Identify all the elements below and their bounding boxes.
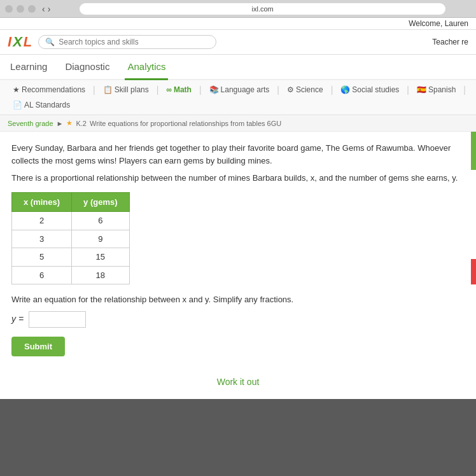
table-row: 515 xyxy=(12,248,130,267)
breadcrumb-skill-code: K.2 xyxy=(76,120,87,127)
forward-button[interactable]: › xyxy=(48,4,51,14)
breadcrumb-grade[interactable]: Seventh grade xyxy=(8,120,53,127)
relationship-text: There is a proportional relationship bet… xyxy=(11,172,465,185)
recommendations-icon: ★ xyxy=(13,85,20,94)
logo-x: X xyxy=(13,34,22,50)
subnav-skill-plans[interactable]: 📋 Skill plans xyxy=(98,83,154,96)
answer-section: Write an equation for the relationship b… xyxy=(11,293,465,356)
breadcrumb: Seventh grade ► ★ K.2 Write equations fo… xyxy=(0,115,476,132)
data-table: x (mines) y (gems) 2639515618 xyxy=(11,192,130,285)
equation-prefix: y = xyxy=(11,312,24,326)
breadcrumb-skill-label: Write equations for proportional relatio… xyxy=(90,120,281,127)
subnav-al-standards[interactable]: 📄 AL Standards xyxy=(8,99,75,111)
equation-input[interactable] xyxy=(29,311,86,328)
table-row: 618 xyxy=(12,266,130,284)
tab-diagnostic[interactable]: Diagnostic xyxy=(62,55,112,80)
math-icon: ∞ xyxy=(166,85,172,94)
spanish-icon: 🇪🇸 xyxy=(417,85,426,94)
nav-tabs: Learning Diagnostic Analytics xyxy=(0,55,476,80)
social-studies-icon: 🌎 xyxy=(340,85,350,94)
table-row: 39 xyxy=(12,230,130,248)
subnav-math[interactable]: ∞ Math xyxy=(161,83,197,96)
address-bar: ixl.com xyxy=(80,3,445,15)
ixl-header: IXL 🔍 Teacher re xyxy=(0,30,476,55)
table-header-row: x (mines) y (gems) xyxy=(12,192,130,212)
problem-text: Every Sunday, Barbara and her friends ge… xyxy=(11,142,465,185)
work-it-out-link[interactable]: Work it out xyxy=(217,377,260,387)
table-header-y: y (gems) xyxy=(72,192,129,212)
subnav-social-studies[interactable]: 🌎 Social studies xyxy=(335,83,404,96)
divider-4: | xyxy=(277,85,279,95)
subnav-spanish[interactable]: 🇪🇸 Spanish xyxy=(412,83,461,96)
browser-chrome: ‹ › ixl.com Welcome, Lauren xyxy=(0,0,476,30)
browser-top-bar: ‹ › ixl.com xyxy=(0,0,476,18)
table-cell-2-0: 5 xyxy=(12,248,72,267)
problem-intro: Every Sunday, Barbara and her friends ge… xyxy=(11,142,465,167)
app-container: IXL 🔍 Teacher re Learning Diagnostic Ana… xyxy=(0,30,476,399)
skill-plans-icon: 📋 xyxy=(103,85,113,94)
table-cell-3-0: 6 xyxy=(12,266,72,284)
submit-button[interactable]: Submit xyxy=(11,337,65,356)
sub-nav: ★ Recommendations | 📋 Skill plans | ∞ Ma… xyxy=(0,80,476,115)
table-cell-0-0: 2 xyxy=(12,212,72,230)
divider-7: | xyxy=(463,85,466,95)
back-button[interactable]: ‹ xyxy=(42,4,45,14)
breadcrumb-star-icon: ★ xyxy=(66,119,73,127)
browser-btn-3[interactable] xyxy=(28,5,36,13)
teacher-badge: Teacher re xyxy=(432,38,468,46)
divider-3: | xyxy=(199,85,202,95)
divider-5: | xyxy=(331,85,333,95)
main-content: Every Sunday, Barbara and her friends ge… xyxy=(0,132,476,399)
welcome-bar: Welcome, Lauren xyxy=(0,18,476,30)
language-arts-icon: 📚 xyxy=(209,85,219,94)
welcome-text: Welcome, Lauren xyxy=(409,19,468,28)
table-cell-1-1: 9 xyxy=(72,230,129,248)
ixl-logo: IXL xyxy=(8,34,32,50)
url-text: ixl.com xyxy=(252,5,274,13)
table-cell-0-1: 6 xyxy=(72,212,129,230)
breadcrumb-separator: ► xyxy=(57,120,64,127)
question-text: Write an equation for the relationship b… xyxy=(11,293,465,306)
equation-row: y = xyxy=(11,311,465,328)
al-standards-icon: 📄 xyxy=(13,101,22,109)
subnav-science[interactable]: ⚙ Science xyxy=(282,83,328,96)
browser-btn-1[interactable] xyxy=(5,5,13,13)
search-bar[interactable]: 🔍 xyxy=(38,35,216,49)
divider-1: | xyxy=(93,85,95,95)
search-input[interactable] xyxy=(59,38,209,46)
subnav-language-arts[interactable]: 📚 Language arts xyxy=(204,83,275,96)
accent-green-bar xyxy=(471,132,476,170)
browser-btn-2[interactable] xyxy=(17,5,24,13)
search-icon: 🔍 xyxy=(45,38,55,46)
table-cell-1-0: 3 xyxy=(12,230,72,248)
tab-analytics[interactable]: Analytics xyxy=(125,55,168,80)
logo-l: L xyxy=(24,34,32,50)
table-header-x: x (mines) xyxy=(12,192,72,212)
table-cell-3-1: 18 xyxy=(72,266,129,284)
divider-6: | xyxy=(407,85,409,95)
table-cell-2-1: 15 xyxy=(72,248,129,267)
science-icon: ⚙ xyxy=(287,85,294,94)
subnav-recommendations[interactable]: ★ Recommendations xyxy=(8,83,90,96)
logo-i: I xyxy=(8,34,11,50)
tab-learning[interactable]: Learning xyxy=(8,55,50,80)
accent-red-bar xyxy=(471,259,476,284)
work-it-out: Work it out xyxy=(11,375,465,389)
table-row: 26 xyxy=(12,212,130,230)
divider-2: | xyxy=(157,85,159,95)
